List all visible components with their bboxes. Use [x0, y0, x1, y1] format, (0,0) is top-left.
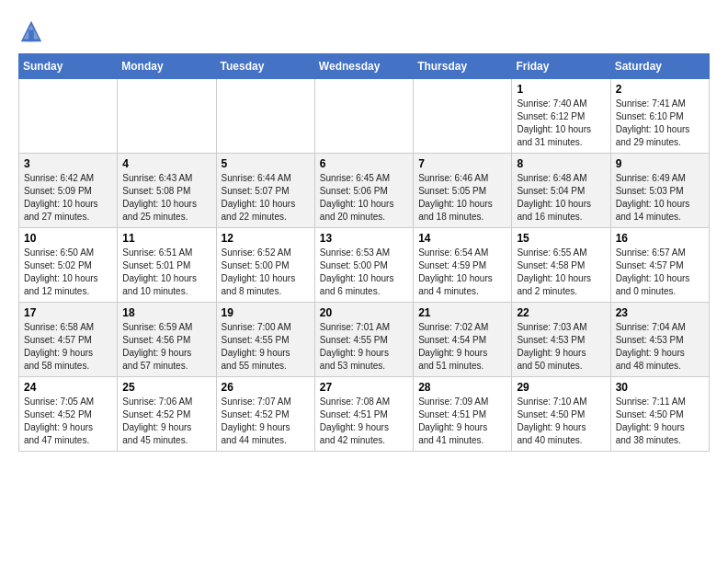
logo-icon [18, 18, 44, 44]
day-info: Sunrise: 7:06 AM Sunset: 4:52 PM Dayligh… [122, 396, 210, 447]
weekday-header: Sunday [19, 54, 118, 79]
calendar-cell: 2Sunrise: 7:41 AM Sunset: 6:10 PM Daylig… [610, 79, 709, 154]
day-number: 24 [24, 381, 112, 394]
calendar-cell: 19Sunrise: 7:00 AM Sunset: 4:55 PM Dayli… [216, 303, 314, 377]
day-info: Sunrise: 6:54 AM Sunset: 4:59 PM Dayligh… [418, 247, 506, 298]
day-number: 22 [517, 306, 605, 319]
calendar-cell: 13Sunrise: 6:53 AM Sunset: 5:00 PM Dayli… [314, 228, 413, 303]
day-info: Sunrise: 6:45 AM Sunset: 5:06 PM Dayligh… [320, 172, 408, 224]
day-number: 9 [616, 157, 704, 170]
day-number: 1 [517, 83, 605, 96]
day-number: 6 [320, 157, 408, 170]
day-number: 25 [122, 381, 210, 394]
day-info: Sunrise: 6:57 AM Sunset: 4:57 PM Dayligh… [616, 247, 704, 298]
day-number: 14 [418, 232, 506, 245]
calendar-week-row: 17Sunrise: 6:58 AM Sunset: 4:57 PM Dayli… [19, 303, 710, 377]
day-number: 13 [320, 232, 408, 245]
calendar-cell: 12Sunrise: 6:52 AM Sunset: 5:00 PM Dayli… [216, 228, 314, 303]
day-number: 29 [517, 381, 605, 394]
day-number: 30 [616, 381, 704, 394]
calendar: SundayMondayTuesdayWednesdayThursdayFrid… [18, 53, 710, 452]
day-number: 4 [122, 157, 210, 170]
day-info: Sunrise: 7:09 AM Sunset: 4:51 PM Dayligh… [418, 396, 506, 447]
day-number: 15 [517, 232, 605, 245]
day-info: Sunrise: 6:46 AM Sunset: 5:05 PM Dayligh… [418, 172, 506, 224]
calendar-cell [19, 79, 118, 154]
day-info: Sunrise: 7:10 AM Sunset: 4:50 PM Dayligh… [517, 396, 605, 447]
calendar-week-row: 10Sunrise: 6:50 AM Sunset: 5:02 PM Dayli… [19, 228, 710, 303]
day-number: 21 [418, 306, 506, 319]
calendar-cell [216, 79, 314, 154]
calendar-cell: 9Sunrise: 6:49 AM Sunset: 5:03 PM Daylig… [610, 154, 709, 228]
calendar-cell: 23Sunrise: 7:04 AM Sunset: 4:53 PM Dayli… [610, 303, 709, 377]
calendar-cell [314, 79, 413, 154]
day-info: Sunrise: 6:43 AM Sunset: 5:08 PM Dayligh… [122, 172, 210, 224]
calendar-cell: 7Sunrise: 6:46 AM Sunset: 5:05 PM Daylig… [414, 154, 512, 228]
day-info: Sunrise: 6:51 AM Sunset: 5:01 PM Dayligh… [122, 247, 210, 298]
day-info: Sunrise: 6:42 AM Sunset: 5:09 PM Dayligh… [24, 172, 112, 224]
day-info: Sunrise: 7:08 AM Sunset: 4:51 PM Dayligh… [320, 396, 408, 447]
calendar-cell [118, 79, 216, 154]
day-info: Sunrise: 6:48 AM Sunset: 5:04 PM Dayligh… [517, 172, 605, 224]
day-info: Sunrise: 6:52 AM Sunset: 5:00 PM Dayligh… [222, 247, 310, 298]
day-number: 3 [24, 157, 112, 170]
day-number: 11 [122, 232, 210, 245]
calendar-cell: 16Sunrise: 6:57 AM Sunset: 4:57 PM Dayli… [610, 228, 709, 303]
calendar-week-row: 24Sunrise: 7:05 AM Sunset: 4:52 PM Dayli… [19, 377, 710, 452]
logo [18, 18, 48, 44]
calendar-cell: 28Sunrise: 7:09 AM Sunset: 4:51 PM Dayli… [414, 377, 512, 452]
day-number: 20 [320, 306, 408, 319]
calendar-cell: 20Sunrise: 7:01 AM Sunset: 4:55 PM Dayli… [314, 303, 413, 377]
day-number: 23 [616, 306, 704, 319]
calendar-cell: 3Sunrise: 6:42 AM Sunset: 5:09 PM Daylig… [19, 154, 118, 228]
calendar-cell: 22Sunrise: 7:03 AM Sunset: 4:53 PM Dayli… [512, 303, 610, 377]
header [18, 15, 710, 44]
calendar-cell [414, 79, 512, 154]
calendar-cell: 27Sunrise: 7:08 AM Sunset: 4:51 PM Dayli… [314, 377, 413, 452]
page: SundayMondayTuesdayWednesdayThursdayFrid… [0, 0, 728, 466]
day-number: 19 [222, 306, 310, 319]
day-info: Sunrise: 6:58 AM Sunset: 4:57 PM Dayligh… [24, 321, 112, 373]
weekday-header: Monday [118, 54, 216, 79]
calendar-cell: 11Sunrise: 6:51 AM Sunset: 5:01 PM Dayli… [118, 228, 216, 303]
calendar-week-row: 3Sunrise: 6:42 AM Sunset: 5:09 PM Daylig… [19, 154, 710, 228]
day-info: Sunrise: 7:01 AM Sunset: 4:55 PM Dayligh… [320, 321, 408, 373]
calendar-header-row: SundayMondayTuesdayWednesdayThursdayFrid… [19, 54, 710, 79]
day-number: 27 [320, 381, 408, 394]
day-number: 10 [24, 232, 112, 245]
day-info: Sunrise: 6:50 AM Sunset: 5:02 PM Dayligh… [24, 247, 112, 298]
calendar-cell: 24Sunrise: 7:05 AM Sunset: 4:52 PM Dayli… [19, 377, 118, 452]
calendar-cell: 30Sunrise: 7:11 AM Sunset: 4:50 PM Dayli… [610, 377, 709, 452]
day-info: Sunrise: 6:59 AM Sunset: 4:56 PM Dayligh… [122, 321, 210, 373]
calendar-cell: 17Sunrise: 6:58 AM Sunset: 4:57 PM Dayli… [19, 303, 118, 377]
weekday-header: Thursday [414, 54, 512, 79]
calendar-cell: 14Sunrise: 6:54 AM Sunset: 4:59 PM Dayli… [414, 228, 512, 303]
day-number: 16 [616, 232, 704, 245]
weekday-header: Wednesday [314, 54, 413, 79]
calendar-cell: 6Sunrise: 6:45 AM Sunset: 5:06 PM Daylig… [314, 154, 413, 228]
day-number: 8 [517, 157, 605, 170]
day-number: 2 [616, 83, 704, 96]
calendar-cell: 1Sunrise: 7:40 AM Sunset: 6:12 PM Daylig… [512, 79, 610, 154]
calendar-cell: 15Sunrise: 6:55 AM Sunset: 4:58 PM Dayli… [512, 228, 610, 303]
day-number: 28 [418, 381, 506, 394]
day-number: 26 [222, 381, 310, 394]
day-info: Sunrise: 7:11 AM Sunset: 4:50 PM Dayligh… [616, 396, 704, 447]
day-info: Sunrise: 7:04 AM Sunset: 4:53 PM Dayligh… [616, 321, 704, 373]
day-info: Sunrise: 6:49 AM Sunset: 5:03 PM Dayligh… [616, 172, 704, 224]
calendar-cell: 21Sunrise: 7:02 AM Sunset: 4:54 PM Dayli… [414, 303, 512, 377]
day-info: Sunrise: 7:05 AM Sunset: 4:52 PM Dayligh… [24, 396, 112, 447]
day-info: Sunrise: 6:44 AM Sunset: 5:07 PM Dayligh… [222, 172, 310, 224]
calendar-cell: 25Sunrise: 7:06 AM Sunset: 4:52 PM Dayli… [118, 377, 216, 452]
calendar-cell: 8Sunrise: 6:48 AM Sunset: 5:04 PM Daylig… [512, 154, 610, 228]
calendar-cell: 26Sunrise: 7:07 AM Sunset: 4:52 PM Dayli… [216, 377, 314, 452]
day-number: 7 [418, 157, 506, 170]
weekday-header: Friday [512, 54, 610, 79]
weekday-header: Saturday [610, 54, 709, 79]
day-info: Sunrise: 6:53 AM Sunset: 5:00 PM Dayligh… [320, 247, 408, 298]
day-number: 18 [122, 306, 210, 319]
weekday-header: Tuesday [216, 54, 314, 79]
day-number: 17 [24, 306, 112, 319]
calendar-cell: 10Sunrise: 6:50 AM Sunset: 5:02 PM Dayli… [19, 228, 118, 303]
day-number: 5 [222, 157, 310, 170]
